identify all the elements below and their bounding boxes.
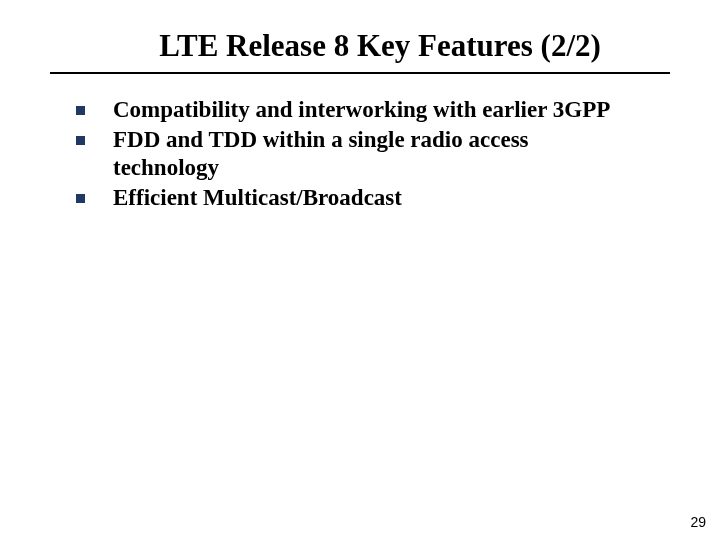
title-underline — [50, 72, 670, 74]
bullet-text: Efficient Multicast/Broadcast — [113, 184, 402, 212]
bullet-text: FDD and TDD within a single radio access… — [113, 126, 633, 182]
list-item: Compatibility and interworking with earl… — [70, 96, 670, 124]
square-bullet-icon — [76, 106, 85, 115]
bullet-text: Compatibility and interworking with earl… — [113, 96, 610, 124]
bullet-list: Compatibility and interworking with earl… — [50, 96, 670, 212]
list-item: FDD and TDD within a single radio access… — [70, 126, 670, 182]
square-bullet-icon — [76, 136, 85, 145]
list-item: Efficient Multicast/Broadcast — [70, 184, 670, 212]
page-number: 29 — [690, 514, 706, 530]
slide-title: LTE Release 8 Key Features (2/2) — [50, 28, 670, 72]
slide: LTE Release 8 Key Features (2/2) Compati… — [0, 0, 720, 540]
square-bullet-icon — [76, 194, 85, 203]
